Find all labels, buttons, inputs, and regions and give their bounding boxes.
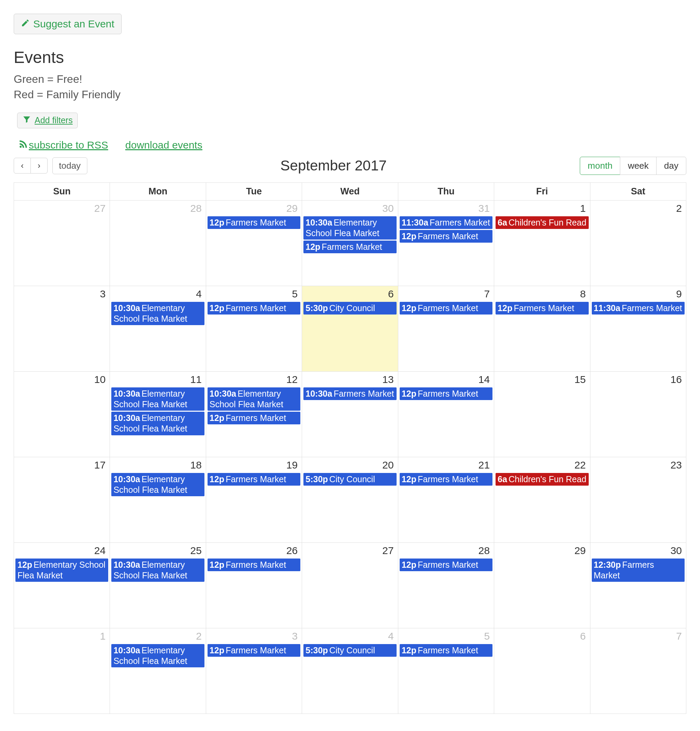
calendar-event[interactable]: 10:30aElementary School Flea Market	[111, 559, 204, 582]
calendar-event[interactable]: 12pFarmers Market	[400, 559, 493, 571]
calendar-cell[interactable]: 3	[14, 286, 110, 371]
subscribe-rss-link[interactable]: subscribe to RSS	[29, 139, 108, 151]
calendar-event[interactable]: 12:30pFarmers Market	[592, 559, 685, 582]
calendar-event[interactable]: 12pFarmers Market	[207, 559, 300, 571]
day-number: 7	[398, 286, 494, 302]
calendar-cell[interactable]: 911:30aFarmers Market	[590, 286, 686, 371]
event-time: 6a	[498, 218, 507, 227]
calendar-event[interactable]: 12pFarmers Market	[496, 302, 588, 314]
calendar-cell[interactable]: 1912pFarmers Market	[206, 457, 302, 542]
calendar-event[interactable]: 12pElementary School Flea Market	[15, 559, 108, 582]
event-time: 6a	[498, 474, 507, 484]
calendar-cell[interactable]: 2112pFarmers Market	[398, 457, 494, 542]
calendar-cell[interactable]: 6	[494, 628, 590, 713]
calendar-cell[interactable]: 23	[590, 457, 686, 542]
calendar-cell[interactable]: 65:30pCity Council	[302, 286, 398, 371]
day-number: 15	[494, 372, 590, 388]
prev-button[interactable]: ‹	[14, 158, 31, 173]
calendar-cell[interactable]: 29	[494, 542, 590, 628]
event-time: 12p	[210, 646, 224, 655]
event-time: 10:30a	[113, 646, 140, 655]
calendar-cell[interactable]: 512pFarmers Market	[206, 286, 302, 371]
calendar-event[interactable]: 5:30pCity Council	[303, 302, 396, 314]
rss-icon	[18, 139, 29, 152]
calendar-cell[interactable]: 16aChildren's Fun Read	[494, 200, 590, 286]
calendar-event[interactable]: 12pFarmers Market	[207, 216, 300, 229]
calendar-cell[interactable]: 2912pFarmers Market	[206, 200, 302, 286]
calendar-event[interactable]: 10:30aElementary School Flea Market	[111, 644, 204, 668]
calendar-cell[interactable]: 2510:30aElementary School Flea Market	[110, 542, 206, 628]
calendar-cell[interactable]: 1110:30aElementary School Flea Market10:…	[110, 371, 206, 457]
calendar-cell[interactable]: 2412pElementary School Flea Market	[14, 542, 110, 628]
calendar-event[interactable]: 11:30aFarmers Market	[400, 216, 493, 229]
calendar-cell[interactable]: 2812pFarmers Market	[398, 542, 494, 628]
calendar-cell[interactable]: 512pFarmers Market	[398, 628, 494, 713]
view-day-button[interactable]: day	[656, 157, 686, 175]
calendar-cell[interactable]: 27	[14, 200, 110, 286]
calendar-event[interactable]: 11:30aFarmers Market	[592, 302, 685, 314]
view-month-button[interactable]: month	[580, 157, 620, 175]
calendar-cell[interactable]: 1210:30aElementary School Flea Market12p…	[206, 371, 302, 457]
calendar-cell[interactable]: 2	[590, 200, 686, 286]
day-number: 23	[590, 457, 686, 473]
calendar-cell[interactable]: 28	[110, 200, 206, 286]
calendar-cell[interactable]: 812pFarmers Market	[494, 286, 590, 371]
calendar-cell[interactable]: 712pFarmers Market	[398, 286, 494, 371]
calendar-event[interactable]: 10:30aElementary School Flea Market	[111, 302, 204, 326]
calendar-cell[interactable]: 16	[590, 371, 686, 457]
calendar-event[interactable]: 12pFarmers Market	[303, 241, 396, 253]
day-number: 17	[14, 457, 110, 473]
event-time: 12p	[402, 560, 416, 570]
suggest-event-button[interactable]: Suggest an Event	[14, 14, 122, 34]
suggest-event-label: Suggest an Event	[33, 18, 115, 30]
calendar-event[interactable]: 6aChildren's Fun Read	[496, 216, 588, 229]
calendar-cell[interactable]: 45:30pCity Council	[302, 628, 398, 713]
calendar-cell[interactable]: 7	[590, 628, 686, 713]
calendar-cell[interactable]: 1310:30aFarmers Market	[302, 371, 398, 457]
calendar-cell[interactable]: 3012:30pFarmers Market	[590, 542, 686, 628]
calendar-cell[interactable]: 1	[14, 628, 110, 713]
calendar-cell[interactable]: 2612pFarmers Market	[206, 542, 302, 628]
calendar-event[interactable]: 6aChildren's Fun Read	[496, 473, 588, 486]
download-events-link[interactable]: download events	[125, 139, 202, 151]
calendar-event[interactable]: 10:30aElementary School Flea Market	[303, 216, 396, 240]
calendar-event[interactable]: 12pFarmers Market	[207, 302, 300, 314]
calendar-event[interactable]: 10:30aFarmers Market	[303, 388, 396, 400]
event-time: 5:30p	[306, 303, 328, 313]
calendar-event[interactable]: 12pFarmers Market	[207, 412, 300, 424]
calendar-event[interactable]: 12pFarmers Market	[400, 302, 493, 314]
calendar-cell[interactable]: 3010:30aElementary School Flea Market12p…	[302, 200, 398, 286]
add-filters-button[interactable]: Add filters	[17, 113, 78, 128]
calendar-event[interactable]: 12pFarmers Market	[400, 473, 493, 486]
view-week-button[interactable]: week	[620, 157, 656, 175]
calendar-cell[interactable]: 10	[14, 371, 110, 457]
calendar-cell[interactable]: 3111:30aFarmers Market12pFarmers Market	[398, 200, 494, 286]
calendar-cell[interactable]: 27	[302, 542, 398, 628]
calendar-cell[interactable]: 210:30aElementary School Flea Market	[110, 628, 206, 713]
calendar-cell[interactable]: 205:30pCity Council	[302, 457, 398, 542]
day-number: 3	[206, 628, 302, 644]
calendar-cell[interactable]: 1412pFarmers Market	[398, 371, 494, 457]
today-button[interactable]: today	[52, 157, 87, 174]
calendar-event[interactable]: 10:30aElementary School Flea Market	[111, 473, 204, 496]
calendar-event[interactable]: 10:30aElementary School Flea Market	[111, 412, 204, 435]
next-button[interactable]: ›	[31, 158, 48, 173]
calendar-event[interactable]: 10:30aElementary School Flea Market	[111, 388, 204, 411]
calendar-event[interactable]: 5:30pCity Council	[303, 644, 396, 657]
event-title: Farmers Market	[622, 303, 682, 313]
calendar-cell[interactable]: 17	[14, 457, 110, 542]
calendar-cell[interactable]: 312pFarmers Market	[206, 628, 302, 713]
calendar-event[interactable]: 12pFarmers Market	[400, 644, 493, 657]
calendar-event[interactable]: 12pFarmers Market	[207, 644, 300, 657]
calendar-cell[interactable]: 1810:30aElementary School Flea Market	[110, 457, 206, 542]
calendar-event[interactable]: 10:30aElementary School Flea Market	[207, 388, 300, 411]
calendar-cell[interactable]: 226aChildren's Fun Read	[494, 457, 590, 542]
calendar-cell[interactable]: 410:30aElementary School Flea Market	[110, 286, 206, 371]
event-title: Farmers Market	[226, 646, 286, 655]
calendar-event[interactable]: 12pFarmers Market	[207, 473, 300, 486]
calendar-event[interactable]: 5:30pCity Council	[303, 473, 396, 486]
calendar-cell[interactable]: 15	[494, 371, 590, 457]
day-number: 13	[302, 372, 398, 388]
calendar-event[interactable]: 12pFarmers Market	[400, 230, 493, 243]
calendar-event[interactable]: 12pFarmers Market	[400, 388, 493, 400]
